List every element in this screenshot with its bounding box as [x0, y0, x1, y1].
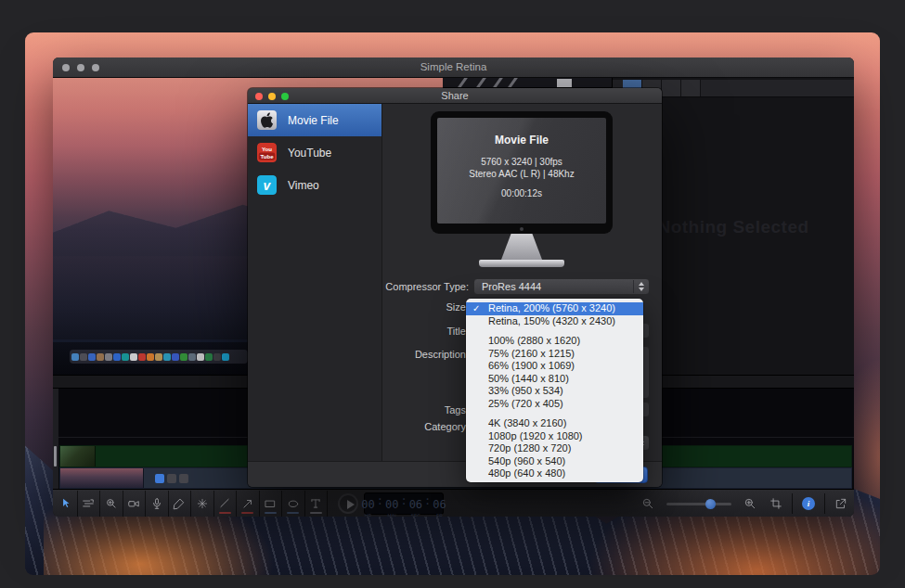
svg-text:Tube: Tube: [260, 153, 274, 160]
share-export-button[interactable]: [828, 497, 854, 510]
timecode-unit: FR: [433, 513, 446, 517]
size-option[interactable]: Retina, 150% (4320 x 2430): [466, 315, 643, 328]
dock-app-icon: [213, 353, 221, 361]
info-button[interactable]: i: [795, 497, 821, 510]
play-button[interactable]: [338, 493, 358, 514]
tool-underline: [219, 512, 231, 514]
dock-app-icon: [163, 353, 171, 361]
zoom-in-button[interactable]: [737, 497, 763, 510]
line-tool-button[interactable]: [214, 491, 238, 517]
arrow-tool-button[interactable]: [237, 491, 260, 517]
dock-app-icon: [155, 353, 162, 361]
screenshot-frame: Simple Retina Nothing Selected: [0, 0, 905, 588]
apple-logo-dot: [520, 227, 524, 231]
size-option[interactable]: ✓ Retina, 200% (5760 x 3240): [466, 302, 643, 315]
size-option[interactable]: 50% (1440 x 810): [466, 373, 643, 386]
category-label: Category:: [341, 421, 469, 432]
badge-k[interactable]: [179, 474, 188, 483]
zoom-selection-tool-button[interactable]: [100, 491, 123, 517]
share-dialog: Share YouTube v Movie File YouTube v Y: [248, 88, 662, 487]
ellipse-tool-button[interactable]: [282, 491, 305, 517]
tab-media[interactable]: [662, 80, 681, 96]
clip-badges: [155, 474, 188, 483]
dock-app-icon: [97, 353, 104, 361]
timecode-minutes: 00: [385, 498, 398, 511]
record-video-tool-button[interactable]: [123, 491, 147, 517]
snowflake-tool-button[interactable]: [191, 491, 214, 517]
size-option[interactable]: 540p (960 x 540): [466, 455, 643, 468]
record-audio-tool-button[interactable]: [146, 491, 169, 517]
size-option[interactable]: 480p (640 x 480): [466, 467, 643, 480]
crop-button[interactable]: [763, 497, 789, 510]
stepper-icon: [633, 280, 648, 293]
toolbar-separator: [792, 493, 793, 514]
size-option[interactable]: 75% (2160 x 1215): [466, 348, 643, 361]
dock-app-icon: [180, 353, 187, 361]
monitor-bezel: Movie File 5760 x 3240 | 30fps Stereo AA…: [431, 111, 613, 234]
timecode-frames: 06: [433, 498, 446, 511]
size-option[interactable]: 720p (1280 x 720): [466, 442, 643, 455]
compressor-type-value: ProRes 4444: [482, 281, 541, 292]
zoom-out-button[interactable]: [635, 497, 661, 510]
size-option[interactable]: 25% (720 x 405): [466, 398, 643, 411]
size-option[interactable]: 4K (3840 x 2160): [466, 417, 643, 430]
play-icon: [347, 500, 355, 509]
title-label: Title:: [341, 326, 469, 337]
text-tool-button[interactable]: [305, 491, 329, 517]
timecode-display: 00HR : 00MIN : 06SEC : 06FR: [364, 492, 444, 515]
toolbar-separator: [824, 493, 825, 514]
slider-knob[interactable]: [705, 499, 716, 509]
destination-label: YouTube: [288, 147, 331, 160]
size-option-label: 1080p (1920 x 1080): [488, 430, 583, 441]
share-destination-movie-file[interactable]: YouTube v Movie File: [248, 104, 381, 136]
timecode-separator: :: [377, 495, 383, 514]
ruler-label: [65, 376, 130, 388]
preview-recorded-ui: [443, 78, 613, 88]
dock-app-icon: [197, 353, 204, 361]
dialog-titlebar: Share: [248, 88, 662, 104]
ruler-label: [715, 376, 780, 388]
tool-buttons: [55, 491, 328, 517]
dialog-title: Share: [248, 90, 662, 101]
info-icon: i: [802, 497, 815, 510]
destination-label: Vimeo: [288, 179, 319, 192]
badge-m[interactable]: [167, 474, 176, 483]
size-option-label: Retina, 150% (4320 x 2430): [488, 315, 615, 326]
vimeo-icon: YouTube v: [257, 175, 277, 195]
timeline-zoom-slider[interactable]: [666, 503, 731, 505]
size-option[interactable]: 1080p (1920 x 1080): [466, 430, 643, 443]
size-option-label: 25% (720 x 405): [488, 398, 563, 409]
size-option[interactable]: 100% (2880 x 1620): [466, 335, 643, 348]
size-option-label: 66% (1900 x 1069): [488, 360, 575, 371]
size-option[interactable]: 33% (950 x 534): [466, 385, 643, 398]
compressor-type-popup[interactable]: ProRes 4444: [473, 278, 650, 295]
size-option-label: 4K (3840 x 2160): [488, 417, 566, 428]
tab-project-info[interactable]: [681, 80, 701, 96]
timecode-unit: HR: [361, 513, 374, 517]
ruler-label: [780, 376, 845, 388]
size-option-label: 540p (960 x 540): [488, 455, 565, 467]
select-tool-button[interactable]: [55, 491, 78, 517]
badge-p[interactable]: [155, 474, 164, 483]
timecode-unit: MIN: [385, 513, 398, 517]
dock-app-icon: [222, 353, 229, 361]
share-destination-vimeo[interactable]: YouTube v Vimeo: [248, 169, 381, 201]
tags-label: Tags:: [341, 404, 469, 415]
rectangle-tool-button[interactable]: [260, 491, 283, 517]
timecode-seconds: 06: [409, 498, 422, 511]
timecode-hours: 00: [361, 498, 374, 511]
dock-app-icon: [71, 353, 79, 361]
window-titlebar: Simple Retina: [53, 58, 854, 78]
size-option-label: Retina, 200% (5760 x 3240): [488, 302, 615, 313]
pen-tool-button[interactable]: [169, 491, 192, 517]
size-option-label: 33% (950 x 534): [488, 385, 563, 396]
track-gutter: [53, 389, 58, 490]
svg-text:v: v: [264, 178, 272, 193]
size-option[interactable]: 66% (1900 x 1069): [466, 360, 643, 373]
share-destination-youtube[interactable]: YouTube v YouTube: [248, 136, 381, 169]
track-grip[interactable]: [54, 446, 57, 467]
svg-text:You: You: [262, 146, 272, 152]
checkmark-icon: ✓: [472, 302, 480, 315]
monitor-base: [479, 260, 564, 267]
track-select-tool-button[interactable]: [78, 491, 101, 517]
